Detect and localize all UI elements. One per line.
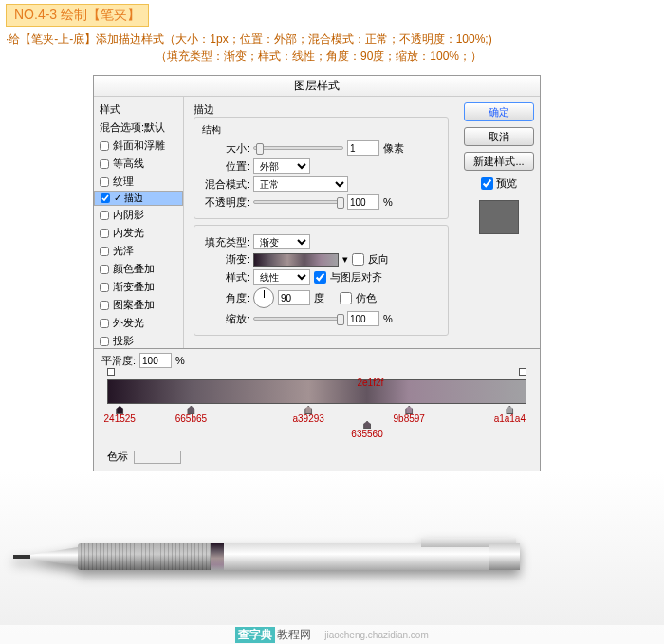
chevron-down-icon[interactable]: ▾	[342, 253, 348, 266]
color-stop[interactable]: 9b8597	[394, 406, 425, 424]
smoothness-input[interactable]	[139, 353, 172, 368]
align-label: 与图层对齐	[330, 270, 382, 285]
desc-line-2: （填充类型：渐变；样式：线性；角度：90度；缩放：100%；）	[6, 47, 658, 64]
style-label: 样式:	[202, 270, 249, 285]
style-item-label: 等高线	[113, 156, 144, 171]
structure-legend: 结构	[202, 123, 440, 137]
preview-checkbox[interactable]	[481, 177, 493, 190]
scale-slider[interactable]	[253, 317, 343, 321]
color-stop[interactable]: 665b65	[175, 406, 207, 424]
style-checkbox[interactable]	[100, 229, 109, 238]
render-preview: 护芯笔杆笔杆-握手笔杆-连接处fx ▾笔夹-上-底fx ▾效果描边笔杆-下-底f…	[0, 471, 664, 644]
style-item-label: 图案叠加	[113, 298, 155, 312]
dialog-buttons: 确定 取消 新建样式... 预览	[458, 97, 540, 354]
smoothness-unit: %	[175, 355, 185, 366]
style-checkbox[interactable]	[100, 337, 109, 346]
style-item[interactable]: 图案叠加	[94, 296, 183, 314]
style-item[interactable]: 颜色叠加	[94, 260, 183, 278]
gradient-bar[interactable]	[107, 379, 526, 404]
color-stop[interactable]: a39293	[292, 406, 323, 424]
style-checkbox[interactable]	[100, 301, 109, 310]
color-stop[interactable]: 635560	[351, 421, 382, 439]
style-checkbox[interactable]	[101, 193, 110, 203]
opacity-slider[interactable]	[253, 200, 343, 204]
style-checkbox[interactable]	[100, 211, 109, 220]
scale-unit: %	[383, 313, 393, 324]
opacity-input[interactable]	[347, 194, 379, 210]
stop-hex-label: 635560	[351, 429, 382, 439]
color-stop-box[interactable]	[134, 451, 181, 464]
style-item[interactable]: 斜面和浮雕	[94, 137, 183, 155]
preview-label: 预览	[496, 176, 517, 191]
gradient-swatch[interactable]	[253, 253, 339, 267]
style-item[interactable]: 等高线	[94, 155, 183, 173]
size-slider[interactable]	[253, 146, 343, 150]
stop-hex-label: 241525	[104, 414, 136, 424]
style-item-label: 内发光	[113, 226, 144, 240]
styles-list: 样式 混合选项:默认 斜面和浮雕等高线纹理✓ 描边内阴影内发光光泽颜色叠加渐变叠…	[94, 97, 184, 354]
style-item[interactable]: 内发光	[94, 224, 183, 242]
gradient-label: 渐变:	[202, 252, 249, 267]
style-item-label: 纹理	[113, 175, 134, 189]
stop-hex-label: a1a1a4	[494, 414, 526, 424]
style-checkbox[interactable]	[100, 177, 109, 187]
style-checkbox[interactable]	[100, 141, 109, 151]
style-checkbox[interactable]	[100, 247, 109, 256]
style-item[interactable]: 渐变叠加	[94, 278, 183, 296]
angle-dial[interactable]	[253, 287, 274, 308]
position-select[interactable]: 外部	[253, 158, 310, 174]
reverse-checkbox[interactable]	[352, 253, 364, 266]
dither-checkbox[interactable]	[340, 292, 352, 304]
preview-swatch	[479, 200, 519, 234]
scale-input[interactable]	[347, 311, 379, 326]
stop-icon	[304, 406, 312, 414]
new-style-button[interactable]: 新建样式...	[464, 152, 534, 171]
color-stop[interactable]: a1a1a4	[494, 406, 526, 424]
pencil-illustration	[13, 536, 520, 578]
step-tag: NO.4-3 绘制【笔夹】	[6, 4, 149, 27]
style-checkbox[interactable]	[100, 159, 109, 169]
brand-text: 教程网	[277, 627, 311, 643]
style-item[interactable]: 内阴影	[94, 206, 183, 224]
brand-url: jiaocheng.chazidian.com	[324, 630, 429, 640]
fill-type-select[interactable]: 渐变	[253, 234, 310, 249]
scale-label: 缩放:	[202, 312, 249, 326]
style-checkbox[interactable]	[100, 283, 109, 292]
opacity-unit: %	[383, 196, 393, 208]
opacity-label: 不透明度:	[202, 195, 249, 210]
style-item-label: 光泽	[113, 244, 134, 258]
blend-options-header[interactable]: 混合选项:默认	[94, 119, 183, 137]
blend-label: 混合模式:	[202, 177, 249, 192]
style-item[interactable]: ✓ 描边	[94, 191, 183, 206]
blend-select[interactable]: 正常	[253, 176, 348, 192]
style-item[interactable]: 光泽	[94, 242, 183, 260]
style-item-label: 内阴影	[113, 208, 144, 222]
style-item[interactable]: 外发光	[94, 314, 183, 332]
stop-hex-label: 665b65	[175, 414, 207, 424]
angle-unit: 度	[314, 291, 324, 305]
ok-button[interactable]: 确定	[464, 102, 534, 121]
opacity-stop-left[interactable]	[107, 368, 115, 376]
style-checkbox[interactable]	[100, 319, 109, 328]
gradient-editor: 平滑度: % 241525665b65a392936355609b8597a1a…	[93, 348, 541, 472]
style-item-label: 外发光	[113, 316, 144, 330]
desc-line-1: ·给【笔夹-上-底】添加描边样式（大小：1px；位置：外部；混合模式：正常；不透…	[6, 30, 658, 47]
style-item-label: 渐变叠加	[113, 280, 155, 294]
style-checkbox[interactable]	[100, 265, 109, 274]
color-stop[interactable]: 241525	[104, 406, 136, 424]
angle-input[interactable]	[278, 290, 310, 305]
stop-icon	[405, 406, 413, 414]
size-input[interactable]	[347, 140, 379, 156]
extra-stop-label: 2e1f2f	[357, 377, 383, 388]
watermark: 查字典 教程网 jiaocheng.chazidian.com	[0, 625, 664, 644]
style-select[interactable]: 线性	[253, 269, 310, 285]
size-label: 大小:	[202, 141, 249, 156]
align-checkbox[interactable]	[314, 271, 326, 284]
cancel-button[interactable]: 取消	[464, 127, 534, 146]
angle-label: 角度:	[202, 291, 249, 305]
style-item[interactable]: 纹理	[94, 173, 183, 191]
smoothness-label: 平滑度:	[101, 354, 136, 368]
opacity-stop-right[interactable]	[519, 368, 526, 376]
color-stop-label: 色标	[107, 450, 128, 464]
size-unit: 像素	[383, 141, 404, 156]
